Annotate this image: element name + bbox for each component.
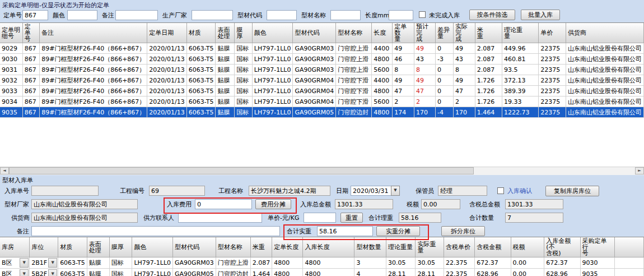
cell: 1.464 [250, 269, 272, 276]
scroll-right-icon[interactable]: ► [635, 167, 644, 174]
app-screen: 采购定单明细-仅显示状态为开始的定单 定单号 颜色 备注 生产厂家 型材代码 型… [0, 0, 644, 276]
cell: 山东南山铝业股份有限公司 [566, 86, 643, 96]
cell: 6063-T5 [186, 96, 216, 107]
cell: 山东南山铝业股份有限公司 [566, 54, 643, 65]
color-filter-input[interactable] [67, 10, 97, 20]
cell: 170 [453, 107, 475, 118]
cell: 2.087 [475, 54, 502, 65]
cell: 460.81 [502, 54, 538, 65]
table-row[interactable]: 903386789#门框型材F26-F40（866+867）2020/01/13… [0, 86, 644, 96]
cell: 22.375 [444, 269, 475, 276]
profile-name-input[interactable] [330, 10, 361, 20]
cell: 49 [414, 43, 435, 54]
cell: 门帘腔上滑 [336, 43, 372, 54]
cell: 6063-T5 [186, 107, 216, 118]
cell: 8 [414, 65, 435, 75]
order-no-input[interactable] [22, 10, 48, 20]
table-row[interactable]: B区▼2B1F▼6063-T5贴膜国标LH797-1LL0GA90GRM03门帘… [0, 257, 644, 269]
scroll-left-icon[interactable]: ◄ [0, 167, 9, 174]
cell: 22375 [539, 43, 566, 54]
cell: 1.464 [475, 107, 502, 118]
inbound-fee-input[interactable] [195, 199, 252, 209]
total-amount-input[interactable] [335, 199, 393, 209]
cell: 国标 [235, 54, 253, 65]
tax-input[interactable] [421, 199, 460, 209]
unfinished-inbound-checkbox[interactable] [419, 11, 426, 18]
project-name-input[interactable] [249, 186, 330, 196]
horizontal-scrollbar[interactable]: ◄ ► [0, 167, 644, 175]
cell: 贴膜 [216, 75, 235, 86]
cell: 22375 [539, 86, 566, 96]
total-with-tax-input[interactable] [505, 199, 563, 209]
chevron-down-icon[interactable]: ▼ [48, 258, 57, 268]
unit-price-input[interactable] [304, 213, 336, 223]
dropdown-cell[interactable]: B区▼ [0, 257, 30, 269]
tax-label: 税额 [407, 201, 419, 208]
cell: 867 [22, 43, 40, 54]
inbound-confirm-checkbox[interactable] [497, 187, 504, 194]
column-header: 含税金额 [475, 237, 511, 257]
cell-filler [615, 269, 644, 276]
remark-input[interactable] [31, 226, 280, 236]
table-row[interactable]: 903286789#门框型材F26-F40（866+867）2020/01/13… [0, 75, 644, 86]
chevron-down-icon[interactable]: ▼ [20, 258, 29, 268]
chevron-down-icon[interactable]: ▼ [20, 269, 29, 276]
cell: 4800 [372, 54, 393, 65]
cell: 山东南山铝业股份有限公司 [566, 96, 643, 107]
total-actual-weight-input[interactable] [317, 226, 373, 236]
dropdown-cell[interactable]: 5B2F▼ [30, 269, 58, 276]
date-dropdown-icon[interactable]: ▼ [391, 186, 400, 196]
project-no-input[interactable] [149, 186, 205, 196]
cell: 门帘腔边封 [216, 269, 250, 276]
keeper-input[interactable] [438, 186, 487, 196]
reset-button[interactable]: 重置 [340, 213, 363, 223]
cell: 49 [414, 75, 435, 86]
cell: 30.05 [416, 257, 444, 269]
batch-inbound-button[interactable]: 批量入库 [521, 10, 560, 20]
total-qty-input[interactable] [505, 213, 563, 223]
profile-factory-input[interactable] [31, 199, 138, 209]
table-row[interactable]: 903586789#门框型材F26-F40（866+867）2020/01/13… [0, 107, 644, 118]
inbound-fee-label: 入库费用 [167, 201, 192, 208]
table-row[interactable]: 903186789#门框型材F26-F40（866+867）2020/01/13… [0, 65, 644, 75]
remark-label: 备注 [17, 228, 29, 235]
cell: 867 [22, 75, 40, 86]
cell: 89#门框型材F26-F40（866+867） [40, 75, 147, 86]
dropdown-cell[interactable]: B区▼ [0, 269, 30, 276]
length-filter-input[interactable] [389, 10, 413, 20]
column-header: 库位 [30, 237, 58, 257]
fee-share-button[interactable]: 费用分摊 [255, 199, 291, 209]
table-row[interactable]: 902986789#门框型材F26-F40（866+867）2020/01/13… [0, 43, 644, 54]
column-header: 型材数量 [354, 237, 386, 257]
receipt-no-input[interactable] [31, 186, 99, 196]
remark-filter-input[interactable] [115, 10, 158, 20]
filter-by-condition-button[interactable]: 按条件筛选 [469, 10, 515, 20]
supplier-contact-input[interactable] [178, 213, 262, 223]
supplier-label: 供货商 [11, 214, 30, 222]
column-header: 差异量 [435, 23, 453, 43]
cell: 2.087 [250, 257, 272, 269]
cell: GA90GRM04 [293, 96, 336, 107]
cell: 0 [435, 65, 453, 75]
manufacturer-input[interactable] [192, 10, 233, 20]
chevron-down-icon[interactable]: ▼ [48, 269, 57, 276]
dropdown-cell[interactable]: 2B1F▼ [30, 257, 58, 269]
table-row[interactable]: B区▼5B2F▼6063-T5贴膜国标LH797-1LL0GA90GRM05门帘… [0, 269, 644, 276]
unit-price-label: 单价-元/KG [268, 214, 299, 222]
cell: 山东南山铝业股份有限公司 [566, 43, 643, 54]
split-location-button[interactable]: 拆分库位 [441, 226, 485, 236]
cell: 国标 [235, 96, 253, 107]
cell: 9033 [0, 86, 22, 96]
cell: 28.11 [386, 269, 416, 276]
actual-weight-share-button[interactable]: 实重分摊 [376, 226, 420, 236]
copy-warehouse-location-button[interactable]: 复制库房库位 [545, 186, 599, 196]
total-theory-weight-input[interactable] [399, 213, 441, 223]
cell: 6063-T5 [186, 54, 216, 65]
cell: 22375 [539, 54, 566, 65]
profile-code-input[interactable] [267, 10, 297, 20]
supplier-input[interactable] [31, 213, 138, 223]
table-row[interactable]: 903486789#门框型材F26-F40（866+867）2020/01/13… [0, 96, 644, 107]
total-qty-label: 合计数量 [469, 214, 494, 222]
table-row[interactable]: 903086789#门框型材F26-F40（866+867）2020/01/13… [0, 54, 644, 65]
scrollbar-thumb[interactable] [9, 167, 474, 174]
